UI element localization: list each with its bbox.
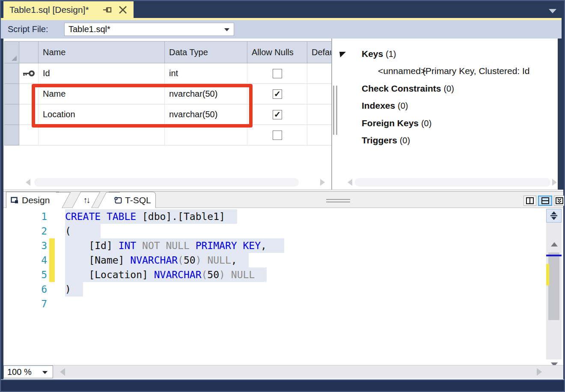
cell-name[interactable]: Location [39, 104, 165, 125]
line-number: 2 [28, 224, 47, 238]
cell-data-type[interactable] [165, 125, 247, 146]
scroll-left-icon[interactable] [348, 179, 352, 186]
context-horizontal-scrollbar[interactable] [345, 178, 558, 187]
cell-default[interactable] [307, 63, 331, 84]
code-line[interactable]: 3 [Id] INT NOT NULL PRIMARY KEY, [3, 238, 546, 253]
cell-data-type[interactable]: nvarchar(50) [165, 104, 247, 125]
table-row[interactable]: Locationnvarchar(50)✓ [3, 104, 331, 125]
row-selector[interactable] [4, 63, 19, 84]
select-all-corner[interactable] [4, 41, 19, 63]
row-selector[interactable] [4, 125, 19, 146]
cell-allow-nulls: ✓ [247, 104, 307, 125]
allow-nulls-checkbox[interactable]: ✓ [273, 89, 282, 99]
scroll-up-icon[interactable] [551, 242, 558, 246]
cell-data-type[interactable]: nvarchar(50) [165, 84, 247, 104]
horizontal-splitter-grip[interactable] [326, 199, 350, 202]
editor-horizontal-scrollbar[interactable]: 100 % [3, 365, 563, 378]
change-bar [49, 238, 55, 253]
scroll-right-icon[interactable] [537, 368, 542, 376]
tsql-code-editor[interactable]: 1CREATE TABLE [dbo].[Table1] 2( 3 [Id] I… [3, 208, 546, 365]
row-selector[interactable] [4, 84, 19, 104]
split-horizontal-button[interactable] [538, 196, 552, 206]
primary-key-icon [23, 70, 35, 77]
cell-default[interactable] [307, 84, 331, 104]
editor-splitter-button[interactable] [546, 209, 562, 223]
expander-expanded-icon[interactable] [339, 51, 346, 58]
grid-hscroll-thumb[interactable] [34, 178, 299, 187]
window-dropdown-caret-icon[interactable] [549, 9, 556, 13]
cell-name[interactable]: Id [39, 63, 165, 84]
row-icon-cell [19, 104, 39, 125]
script-file-combobox[interactable]: Table1.sql* [64, 23, 234, 36]
context-pane: Keys (1)<unnamed>(Primary Key, Clustered… [332, 39, 558, 190]
line-number: 7 [28, 297, 47, 311]
document-tab[interactable]: Table1.sql [Design]* [3, 1, 134, 18]
row-selector[interactable] [4, 104, 19, 125]
column-header-allow-nulls[interactable]: Allow Nulls [247, 41, 307, 63]
table-row[interactable]: Namenvarchar(50)✓ [3, 84, 331, 104]
scroll-left-icon[interactable] [60, 368, 65, 376]
tab-tsql[interactable]: T-SQL [109, 192, 156, 208]
code-line[interactable]: 6) [3, 282, 546, 297]
scroll-right-icon[interactable] [552, 179, 557, 186]
allow-nulls-checkbox[interactable] [273, 131, 282, 140]
section-label[interactable]: Triggers (0) [362, 135, 410, 146]
allow-nulls-checkbox[interactable] [273, 69, 282, 78]
code-line[interactable]: 2( [3, 224, 546, 238]
pin-icon[interactable] [103, 6, 112, 14]
cell-default[interactable] [307, 125, 331, 146]
code-line[interactable]: 1CREATE TABLE [dbo].[Table1] [3, 209, 546, 224]
scroll-right-icon[interactable] [320, 179, 325, 186]
document-tab-title: Table1.sql [Design]* [3, 5, 89, 15]
tab-design[interactable]: Design [6, 192, 59, 208]
context-hscroll-thumb[interactable] [355, 178, 550, 187]
expander-icon[interactable] [339, 51, 346, 59]
section-count: (0) [398, 101, 408, 110]
column-header-name[interactable]: Name [39, 41, 165, 63]
tab-swap-panes[interactable]: ↑↓ [72, 192, 101, 208]
section-label[interactable]: Keys (1) [362, 49, 396, 59]
vscroll-track[interactable] [546, 223, 562, 359]
table-row[interactable]: Idint [3, 63, 331, 84]
scroll-left-icon[interactable] [26, 179, 30, 186]
code-line[interactable]: 4 [Name] NVARCHAR(50) NULL, [3, 253, 546, 267]
caret-position-marker [546, 255, 562, 256]
cell-allow-nulls: ✓ [247, 84, 307, 104]
column-header-data-type[interactable]: Data Type [165, 41, 247, 63]
cell-default[interactable] [307, 104, 331, 125]
context-section-triggers: Triggers (0) [332, 135, 558, 149]
columns-grid: Name Data Type Allow Nulls Default Idint… [3, 39, 331, 190]
row-icon-cell [19, 84, 39, 104]
change-bar [49, 267, 55, 282]
chevron-down-icon [224, 28, 229, 31]
context-section-indexes: Indexes (0) [332, 101, 558, 114]
key-description: (Primary Key, Clustered: Id [422, 66, 530, 76]
table-row[interactable] [3, 125, 331, 146]
script-file-toolbar: Script File: Table1.sql* [0, 20, 562, 39]
collapse-pane-button[interactable] [554, 196, 565, 206]
section-label[interactable]: Foreign Keys (0) [362, 118, 431, 128]
cell-data-type[interactable]: int [165, 63, 247, 84]
change-bar [49, 253, 55, 267]
code-line[interactable]: 7 [3, 297, 546, 311]
cell-name[interactable]: Name [39, 84, 165, 104]
split-vertical-button[interactable] [523, 196, 536, 206]
cell-allow-nulls [247, 63, 307, 84]
editor-vertical-scrollbar [546, 208, 562, 365]
cell-name[interactable] [39, 125, 165, 146]
section-label[interactable]: Check Constraints (0) [362, 83, 454, 94]
allow-nulls-checkbox[interactable]: ✓ [273, 110, 282, 119]
section-label[interactable]: Indexes (0) [362, 101, 408, 111]
script-file-value: Table1.sql* [68, 23, 110, 36]
row-icon-cell [19, 125, 39, 146]
close-icon[interactable] [118, 6, 128, 14]
column-header-default[interactable]: Default [307, 41, 331, 63]
code-line[interactable]: 5 [Location] NVARCHAR(50) NULL [3, 267, 546, 282]
zoom-combobox[interactable]: 100 % [3, 365, 53, 378]
split-vertical-icon [526, 197, 534, 204]
pane-tab-strip: Design ↑↓ T-SQL [3, 191, 563, 208]
grid-horizontal-scrollbar[interactable] [3, 178, 331, 187]
row-icon-header [19, 41, 39, 63]
vscroll-thumb[interactable] [548, 252, 559, 320]
key-name[interactable]: <unnamed> [378, 66, 426, 76]
